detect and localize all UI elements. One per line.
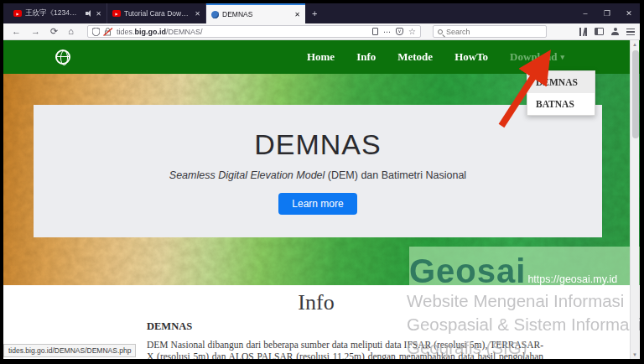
tracking-shield-icon[interactable] [92,28,100,36]
account-icon[interactable] [611,28,619,35]
address-bar[interactable]: tides.big.go.id/DEMNAS/ ⋯ ∨ ☆ [87,25,421,38]
page-scrollbar[interactable]: ▲ ▼ [630,40,639,359]
watermark-url: https://geosai.my.id [527,273,617,285]
nav-item-home[interactable]: Home [307,50,335,64]
big-globe-logo-icon[interactable] [55,49,70,65]
nav-item-metode[interactable]: Metode [397,50,433,64]
insecure-lock-icon[interactable] [103,28,113,36]
forward-icon[interactable]: → [28,27,44,36]
youtube-icon: ▶ [112,10,121,17]
search-bar[interactable] [433,25,547,38]
close-tab-icon[interactable]: ✕ [195,10,200,18]
close-tab-icon[interactable]: ✕ [96,10,101,18]
browser-toolbar: ← → ⟳ ⌂ tides.big.go.id/DEMNAS/ ⋯ ∨ ☆ [3,23,640,40]
screenshot-frame: ▶ 王欣宇《1234喜歡你》官方 ✕ ▶ Tutorial Cara Downl… [0,0,644,364]
info-subheading: DEMNAS [147,320,192,333]
scroll-down-icon[interactable]: ▼ [631,351,639,359]
nav-item-info[interactable]: Info [356,50,376,64]
search-icon [438,29,443,34]
page-subtitle: Seamless Digital Elevation Model (DEM) d… [34,169,602,181]
browser-titlebar: ▶ 王欣宇《1234喜歡你》官方 ✕ ▶ Tutorial Cara Downl… [3,3,640,23]
annotation-arrow [473,47,574,139]
bookmark-star-icon[interactable]: ☆ [408,27,416,36]
window-controls: – ❐ ✕ [574,3,640,23]
toolbar-right-icons [579,28,635,36]
minimize-button[interactable]: – [574,3,596,23]
scroll-up-icon[interactable]: ▲ [631,40,639,49]
page-actions: ⋯ ∨ ☆ [372,27,416,36]
sidebar-icon[interactable] [595,28,604,35]
watermark-brand: Geosai [409,257,526,285]
library-icon[interactable] [579,28,587,36]
learn-more-button[interactable]: Learn more [278,193,356,215]
status-url-tooltip: tides.big.go.id/DEMNAS/DEMNAS.php [3,344,136,357]
url-text[interactable]: tides.big.go.id/DEMNAS/ [117,28,369,36]
globe-favicon-icon [211,11,219,18]
browser-window: ▶ 王欣宇《1234喜歡你》官方 ✕ ▶ Tutorial Cara Downl… [3,3,640,359]
pocket-icon[interactable]: ∨ [396,28,403,35]
tab-title: DEMNAS [222,10,262,18]
close-tab-icon[interactable]: ✕ [294,11,300,18]
watermark-band: Geosai https://geosai.my.id [409,247,640,285]
menu-hamburger-icon[interactable] [626,29,635,35]
back-icon[interactable]: ← [8,27,24,36]
tab-youtube-1[interactable]: ▶ 王欣宇《1234喜歡你》官方 ✕ [8,3,107,23]
page-actions-more-icon[interactable]: ⋯ [383,28,391,36]
scrollbar-thumb[interactable] [632,50,639,138]
youtube-icon: ▶ [13,10,22,17]
home-icon[interactable]: ⌂ [65,27,77,36]
close-button[interactable]: ✕ [618,3,640,23]
tab-demnas-active[interactable]: DEMNAS ✕ [206,3,305,23]
audio-playing-icon[interactable] [86,10,92,17]
tab-title: 王欣宇《1234喜歡你》官方 [25,8,82,18]
tab-youtube-2[interactable]: ▶ Tutorial Cara Download data d ✕ [107,3,206,23]
new-tab-button[interactable]: + [305,3,324,23]
reader-mode-icon[interactable] [372,28,378,35]
reload-icon[interactable]: ⟳ [47,27,61,36]
search-input[interactable] [446,28,542,36]
watermark-tagline: Website Mengenai Informasi Geospasial & … [407,289,640,359]
tab-title: Tutorial Cara Download data d [124,9,191,18]
restore-button[interactable]: ❐ [596,3,618,23]
